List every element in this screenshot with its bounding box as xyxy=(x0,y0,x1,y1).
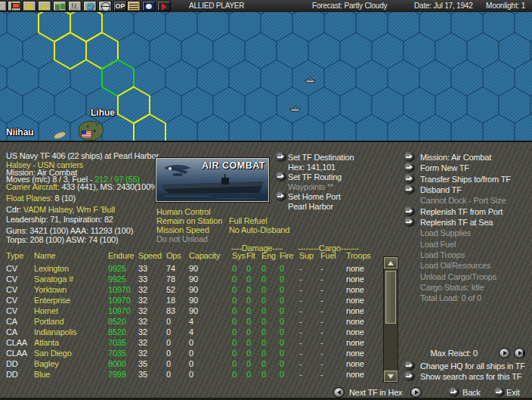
setting-mission-speed[interactable]: Mission Speed xyxy=(156,225,209,234)
cell-flt: 0 xyxy=(246,274,251,284)
task-force-icon[interactable] xyxy=(38,1,51,11)
ship-row-portland[interactable]: CAPortland852032040000--none xyxy=(0,317,382,327)
cell-troops: none xyxy=(346,327,364,336)
cell-speed: 32 xyxy=(138,338,147,347)
back-button[interactable]: Back xyxy=(462,388,481,397)
ship-icon[interactable] xyxy=(23,1,36,11)
cell-sup: - xyxy=(299,338,302,347)
ship-table-scrollbar[interactable] xyxy=(383,256,398,383)
ship-row-bagley[interactable]: DDBagley800035000000--none xyxy=(0,359,382,370)
change-hq-button[interactable]: Change HQ for all ships in TF xyxy=(420,361,525,371)
flag-icon[interactable] xyxy=(8,1,21,11)
map-area[interactable]: LihueNiihau xyxy=(0,12,532,141)
action-item-cargo-status-idle: Cargo Status: Idle xyxy=(420,283,484,292)
cell-sup: - xyxy=(299,327,302,336)
cell-fuel: - xyxy=(320,306,323,315)
cell-type: CLAA xyxy=(6,338,27,347)
col-header-sys: Sys xyxy=(232,251,246,260)
action-item-total-load-0-of-0: Total Load: 0 of 0 xyxy=(420,293,481,302)
setting-human-control[interactable]: Human Control xyxy=(156,207,210,216)
cell-sys: 0 xyxy=(232,274,237,284)
naval-ship-icon[interactable] xyxy=(68,1,82,11)
action-item-mission-air-combat[interactable]: Mission: Air Combat xyxy=(420,153,491,162)
cell-type: CV xyxy=(6,296,17,305)
setting-full-refuel[interactable]: Full Refuel xyxy=(229,216,267,225)
action-item-replenish-tf-at-sea[interactable]: Replenish TF at Sea xyxy=(420,218,493,227)
arrow-icon xyxy=(404,206,415,216)
cell-endure: 10970 xyxy=(108,296,131,305)
strategic-map-icon[interactable] xyxy=(98,1,112,11)
ship-row-indianapolis[interactable]: CAIndianapolis852032040000--none xyxy=(0,327,382,338)
scroll-up-button[interactable] xyxy=(384,257,397,268)
cell-ops: 18 xyxy=(166,296,175,305)
action-item-disband-tf[interactable]: Disband TF xyxy=(420,185,462,194)
intel-icon[interactable] xyxy=(127,1,141,11)
cell-ops: 52 xyxy=(166,285,175,294)
arrow-icon xyxy=(275,191,286,201)
setting-no-auto-disband[interactable]: No Auto-Disband xyxy=(229,225,289,234)
cell-eng: 0 xyxy=(261,285,266,294)
cell-fuel: - xyxy=(320,264,323,273)
setting-remain-on-station[interactable]: Remain on Station xyxy=(156,216,222,225)
ship-row-blue[interactable]: DDBlue799935000000--none xyxy=(0,370,382,380)
nav-item-set-tf-routing[interactable]: Set TF Routing xyxy=(288,172,342,181)
weather-icon[interactable] xyxy=(142,1,156,11)
cell-fire: 0 xyxy=(280,285,284,294)
setting-do-not-unload[interactable]: Do not Unload xyxy=(156,234,208,243)
cell-fire: 0 xyxy=(280,296,284,305)
action-item-replenish-tf-from-port[interactable]: Replenish TF from Port xyxy=(420,207,503,216)
arrow-icon xyxy=(275,152,286,162)
map[interactable] xyxy=(0,12,532,141)
cell-fuel: - xyxy=(320,359,323,368)
cell-fuel: - xyxy=(320,317,323,326)
ship-row-san-diego[interactable]: CLAASan Diego703532000000--none xyxy=(0,349,382,359)
cell-troops: none xyxy=(346,274,364,284)
cell-capacity: 90 xyxy=(189,296,198,305)
cell-flt: 0 xyxy=(246,338,251,347)
cropped-icon[interactable] xyxy=(0,1,7,11)
cell-name: Lexington xyxy=(34,264,69,273)
ship-row-atlanta[interactable]: CLAAAtlanta703532000000--none xyxy=(0,338,382,349)
exit-button[interactable]: Exit xyxy=(506,388,520,397)
cell-name: Enterprise xyxy=(34,296,70,305)
cell-name: San Diego xyxy=(34,349,72,358)
action-item-transfer-ships-to-from-tf[interactable]: Transfer Ships to/from TF xyxy=(420,175,511,184)
cell-eng: 0 xyxy=(261,306,266,315)
nav-item-set-home-port[interactable]: Set Home Port xyxy=(288,192,341,201)
cell-flt: 0 xyxy=(246,327,251,336)
tf-commander[interactable]: Cdr: VADM Halsey, Wm F 'Bull xyxy=(6,205,115,214)
end-turn-icon[interactable] xyxy=(157,1,171,11)
max-react-max-button[interactable] xyxy=(514,348,525,358)
col-header-fire: Fire xyxy=(280,251,293,260)
scroll-down-button[interactable] xyxy=(384,371,397,382)
scrollbar-thumb[interactable] xyxy=(385,271,396,324)
operations-icon[interactable]: OP xyxy=(113,1,127,11)
arrow-icon xyxy=(404,163,415,172)
col-header-ops: Ops xyxy=(166,251,181,260)
cell-type: CA xyxy=(6,317,17,326)
arrow-icon xyxy=(404,361,415,371)
action-item-form-new-tf[interactable]: Form New TF xyxy=(420,163,469,172)
cell-capacity: 4 xyxy=(189,327,193,336)
ground-forces-icon[interactable] xyxy=(53,1,66,11)
nav-item-set-tf-destination[interactable]: Set TF Destination xyxy=(288,153,354,162)
ship-row-hornet[interactable]: CVHornet109703283900000--none xyxy=(0,306,382,317)
cell-sys: 0 xyxy=(232,306,237,315)
ship-row-lexington[interactable]: CVLexington99253374900000--none xyxy=(0,264,382,274)
prev-tf-button[interactable] xyxy=(333,387,345,398)
globe-icon[interactable] xyxy=(83,1,97,11)
arrow-icon xyxy=(404,184,415,194)
arrow-icon xyxy=(404,217,415,227)
cell-flt: 0 xyxy=(246,296,251,305)
ship-row-enterprise[interactable]: CVEnterprise109703218900000--none xyxy=(0,296,382,306)
show-search-arcs-button[interactable]: Show search arcs for this TF xyxy=(420,372,521,381)
max-react-step-button[interactable] xyxy=(499,348,510,358)
next-tf-button[interactable] xyxy=(410,387,422,398)
action-item-cannot-dock-port-size: Cannot Dock - Port Size xyxy=(420,196,506,205)
cell-fire: 0 xyxy=(280,327,284,336)
ship-row-yorktown[interactable]: CVYorktown109703252900000--none xyxy=(0,285,382,296)
ship-row-saratoga[interactable]: CVSaratoga #99253378900000--none xyxy=(0,274,382,285)
cell-ops: 74 xyxy=(166,264,175,273)
cell-endure: 10970 xyxy=(108,306,131,315)
cell-fuel: - xyxy=(320,349,323,358)
